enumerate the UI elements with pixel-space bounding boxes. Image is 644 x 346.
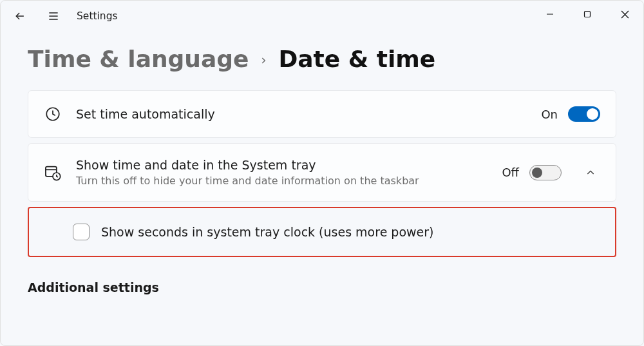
title-bar: Settings [1, 1, 643, 32]
close-icon [621, 10, 629, 19]
setting-title: Set time automatically [76, 107, 527, 121]
checkbox-label: Show seconds in system tray clock (uses … [101, 225, 434, 239]
breadcrumb: Time & language Date & time [28, 46, 616, 72]
app-title: Settings [77, 10, 118, 22]
toggle-show-time-date-tray[interactable] [529, 165, 562, 180]
arrow-left-icon [14, 10, 26, 23]
window-controls [531, 1, 643, 28]
main-content: Time & language Date & time Set time aut… [1, 32, 643, 294]
checkbox-show-seconds[interactable] [73, 224, 90, 240]
maximize-button[interactable] [569, 1, 606, 28]
clock-icon [44, 105, 62, 123]
calendar-clock-icon [44, 164, 62, 182]
setting-title: Show time and date in the System tray [76, 158, 488, 172]
minimize-icon [546, 10, 554, 18]
setting-set-time-automatically[interactable]: Set time automatically On [28, 90, 616, 138]
back-button[interactable] [6, 3, 34, 29]
breadcrumb-current: Date & time [278, 46, 435, 72]
toggle-state-label: Off [502, 166, 519, 179]
toggle-state-label: On [541, 108, 558, 121]
maximize-icon [583, 10, 591, 18]
breadcrumb-parent[interactable]: Time & language [28, 46, 249, 72]
title-bar-left: Settings [6, 3, 118, 29]
chevron-right-icon [259, 52, 268, 68]
section-header-additional: Additional settings [28, 280, 616, 294]
svg-rect-4 [585, 12, 591, 17]
menu-button[interactable] [39, 3, 68, 29]
chevron-up-icon [585, 168, 596, 178]
setting-subtitle: Turn this off to hide your time and date… [76, 175, 488, 187]
setting-show-seconds-tray[interactable]: Show seconds in system tray clock (uses … [28, 207, 616, 257]
close-button[interactable] [606, 1, 643, 28]
hamburger-icon [47, 10, 60, 23]
toggle-set-time-automatically[interactable] [568, 106, 600, 122]
minimize-button[interactable] [531, 1, 569, 28]
setting-show-time-date-tray[interactable]: Show time and date in the System tray Tu… [28, 143, 616, 202]
expand-button[interactable] [581, 168, 600, 178]
